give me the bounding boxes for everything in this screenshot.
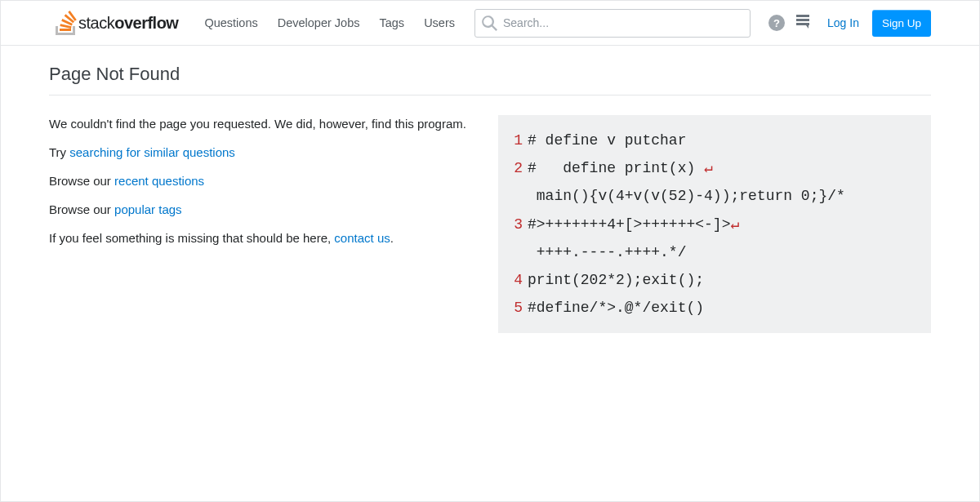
browse-tags-line: Browse our popular tags <box>49 201 474 218</box>
wrap-icon: ↵ <box>730 216 739 233</box>
recent-questions-link[interactable]: recent questions <box>114 174 204 188</box>
stack-exchange-icon[interactable] <box>795 14 811 32</box>
login-link[interactable]: Log In <box>822 16 864 29</box>
contact-us-link[interactable]: contact us <box>334 231 390 245</box>
nav-users[interactable]: Users <box>414 1 465 46</box>
code-block: 1# define v putchar 2# define print(x) ↵… <box>498 115 931 333</box>
message-column: We couldn't find the page you requested.… <box>49 115 474 333</box>
svg-rect-2 <box>796 23 809 25</box>
svg-rect-0 <box>796 15 809 17</box>
nav-developer-jobs[interactable]: Developer Jobs <box>268 1 370 46</box>
page-title: Page Not Found <box>49 64 931 96</box>
wrap-icon: ↵ <box>704 160 713 176</box>
signup-button[interactable]: Sign Up <box>872 10 931 37</box>
svg-rect-1 <box>796 19 809 21</box>
popular-tags-link[interactable]: popular tags <box>114 202 182 216</box>
help-icon[interactable]: ? <box>768 15 785 31</box>
search-input[interactable] <box>474 9 751 38</box>
main-nav: Questions Developer Jobs Tags Users <box>194 1 465 46</box>
logo[interactable]: stackoverflow <box>49 1 185 45</box>
nav-questions[interactable]: Questions <box>194 1 267 46</box>
search-similar-link[interactable]: searching for similar questions <box>69 145 235 159</box>
logo-text: stackoverflow <box>78 14 178 33</box>
try-line: Try searching for similar questions <box>49 144 474 161</box>
search-wrap <box>474 9 751 38</box>
nav-tags[interactable]: Tags <box>369 1 414 46</box>
missing-line: If you feel something is missing that sh… <box>49 229 474 247</box>
search-icon <box>482 16 497 34</box>
browse-recent-line: Browse our recent questions <box>49 172 474 189</box>
stackoverflow-icon <box>56 11 77 35</box>
intro-text: We couldn't find the page you requested.… <box>49 115 474 132</box>
